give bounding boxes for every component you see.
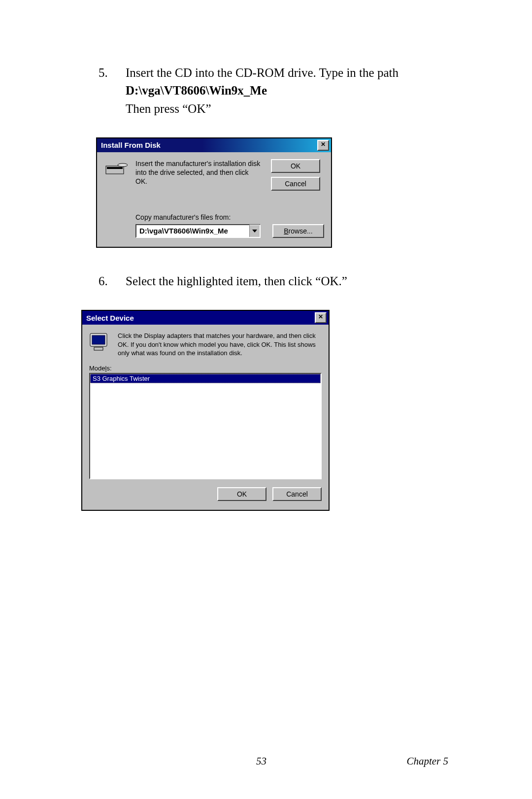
svg-rect-1 (107, 167, 123, 169)
step-number: 5. (99, 64, 126, 118)
models-label: Models: (89, 365, 322, 372)
path-input[interactable] (136, 227, 249, 235)
step-6: 6. Select the highlighted item, then cli… (99, 272, 448, 290)
titlebar: Install From Disk ✕ (97, 138, 331, 152)
dialog-message: Insert the manufacturer's installation d… (135, 159, 264, 191)
step-body: Insert the CD into the CD-ROM drive. Typ… (126, 64, 448, 118)
ok-button[interactable]: OK (217, 487, 266, 501)
close-icon[interactable]: ✕ (315, 312, 327, 323)
titlebar: Select Device ✕ (82, 311, 329, 325)
select-device-dialog: Select Device ✕ Click the Display adapte… (81, 310, 330, 511)
step-5: 5. Insert the CD into the CD-ROM drive. … (99, 64, 448, 118)
cancel-button[interactable]: Cancel (271, 177, 320, 191)
svg-point-2 (118, 164, 128, 166)
step-5-path: D:\vga\VT8606\Win9x_Me (126, 84, 267, 97)
path-combobox[interactable] (135, 224, 261, 238)
page-number: 53 (256, 755, 266, 767)
step-number: 6. (99, 272, 126, 290)
chapter-label: Chapter 5 (406, 755, 448, 767)
step-6-text: Select the highlighted item, then click … (126, 272, 448, 290)
install-from-disk-dialog: Install From Disk ✕ Insert the manufactu… (96, 137, 332, 248)
svg-rect-4 (92, 335, 105, 344)
models-listbox[interactable]: S3 Graphics Twister (89, 373, 322, 479)
browse-button[interactable]: Browse... (272, 224, 324, 238)
copy-from-label: Copy manufacturer's files from: (135, 213, 324, 221)
page-footer: 53 Chapter 5 (0, 755, 532, 767)
step-5-line2: Then press “OK” (126, 102, 211, 115)
cancel-button[interactable]: Cancel (272, 487, 322, 501)
svg-rect-5 (94, 347, 103, 350)
monitor-icon (89, 332, 110, 358)
ok-button[interactable]: OK (271, 159, 320, 173)
close-icon[interactable]: ✕ (317, 140, 329, 151)
step-5-line1: Insert the CD into the CD-ROM drive. Typ… (126, 66, 399, 79)
dialog-message: Click the Display adapters that matches … (118, 332, 322, 358)
list-item[interactable]: S3 Graphics Twister (90, 374, 321, 383)
disk-icon (104, 159, 129, 191)
dialog-title: Select Device (86, 314, 134, 322)
dialog-title: Install From Disk (101, 141, 161, 149)
chevron-down-icon[interactable] (249, 225, 260, 237)
